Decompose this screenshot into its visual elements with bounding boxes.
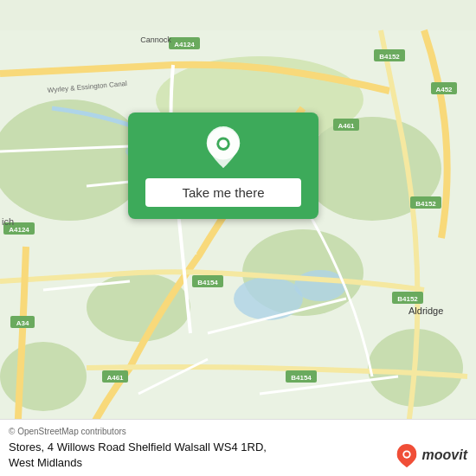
svg-text:A461: A461 — [338, 122, 355, 130]
location-name: Stores, 4 Willows Road Shelfield Walsall… — [9, 441, 267, 453]
svg-text:A461: A461 — [106, 374, 124, 382]
location-pin-icon — [204, 126, 242, 170]
location-region: West Midlands — [9, 456, 82, 469]
svg-point-41 — [219, 139, 228, 148]
navigation-overlay: Take me there — [128, 113, 318, 219]
svg-text:A34: A34 — [16, 319, 29, 327]
svg-text:B4152: B4152 — [415, 200, 436, 208]
map-container: Wyrley & Essington Canal A4124 B4152 A45… — [0, 0, 476, 476]
svg-text:Cannock: Cannock — [140, 35, 171, 44]
svg-text:A4124: A4124 — [9, 226, 29, 234]
take-me-there-button[interactable]: Take me there — [145, 178, 301, 207]
svg-point-9 — [294, 270, 346, 301]
svg-text:B4154: B4154 — [197, 279, 218, 286]
svg-text:B4154: B4154 — [291, 374, 312, 382]
svg-text:A4124: A4124 — [174, 41, 195, 48]
map-svg: Wyrley & Essington Canal A4124 B4152 A45… — [0, 0, 476, 476]
svg-text:A452: A452 — [435, 86, 453, 93]
svg-text:ich: ich — [2, 216, 14, 227]
moovit-text: moovit — [422, 447, 467, 463]
svg-text:Aldridge: Aldridge — [408, 306, 443, 316]
svg-point-6 — [0, 342, 87, 411]
svg-text:B4152: B4152 — [397, 295, 418, 303]
moovit-logo: moovit — [395, 443, 467, 467]
svg-point-44 — [404, 452, 409, 457]
svg-text:B4152: B4152 — [379, 53, 400, 61]
moovit-icon — [395, 443, 419, 467]
map-attribution: © OpenStreetMap contributors — [9, 427, 467, 436]
svg-point-8 — [234, 277, 303, 320]
